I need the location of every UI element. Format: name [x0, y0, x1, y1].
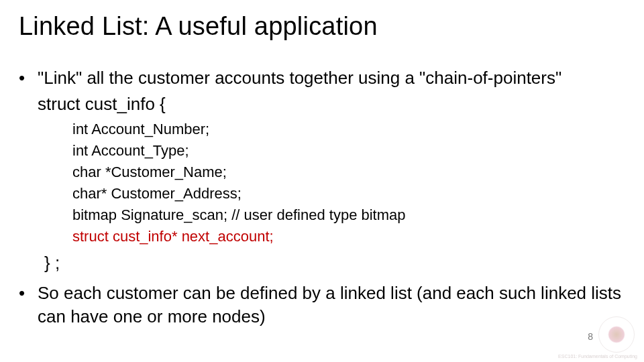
- bullet-dot-icon: •: [19, 282, 38, 328]
- bullet-text: So each customer can be defined by a lin…: [38, 282, 625, 328]
- bullet-dot-icon: •: [19, 66, 38, 90]
- watermark-logo-icon: [598, 316, 635, 353]
- slide: Linked List: A useful application • "Lin…: [0, 0, 644, 362]
- watermark-inner-icon: [608, 326, 625, 343]
- slide-body: • "Link" all the customer accounts toget…: [19, 66, 625, 328]
- struct-declaration-close: } ;: [44, 251, 625, 275]
- struct-field-line: int Account_Type;: [72, 140, 625, 162]
- struct-field-line: int Account_Number;: [72, 119, 625, 140]
- bullet-text: "Link" all the customer accounts togethe…: [38, 66, 625, 90]
- struct-field-line: bitmap Signature_scan; // user defined t…: [72, 204, 625, 226]
- struct-body: int Account_Number; int Account_Type; ch…: [72, 119, 625, 247]
- struct-field-line-highlight: struct cust_info* next_account;: [72, 226, 625, 247]
- slide-title: Linked List: A useful application: [19, 12, 625, 41]
- page-number: 8: [588, 331, 593, 342]
- watermark-caption: ESC101: Fundamentals of Computing: [558, 354, 637, 359]
- bullet-item-2: • So each customer can be defined by a l…: [19, 282, 625, 328]
- bullet-item-1: • "Link" all the customer accounts toget…: [19, 66, 625, 90]
- struct-field-line: char* Customer_Address;: [72, 183, 625, 204]
- struct-field-line: char *Customer_Name;: [72, 162, 625, 183]
- struct-declaration-open: struct cust_info {: [38, 93, 625, 116]
